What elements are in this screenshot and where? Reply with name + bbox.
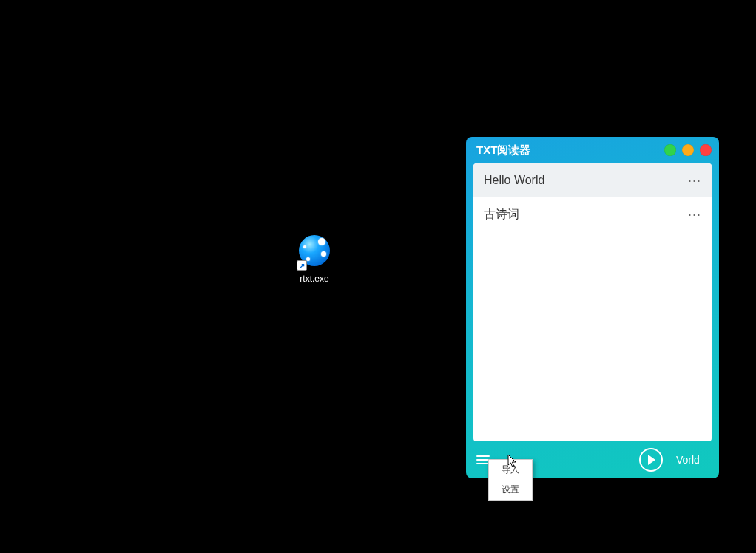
now-playing-label: Vorld xyxy=(676,454,709,466)
minimize-button[interactable] xyxy=(664,144,676,156)
shortcut-arrow-icon: ↗ xyxy=(297,260,307,271)
desktop-shortcut-rtxt[interactable]: ↗ rtxt.exe xyxy=(292,235,337,284)
titlebar[interactable]: TXT阅读器 xyxy=(466,137,719,163)
list-item-label: Hello World xyxy=(484,174,688,187)
hamburger-popup-menu: 导入 设置 xyxy=(488,459,533,501)
app-globe-icon: ↗ xyxy=(297,235,332,271)
list-item[interactable]: 古诗词 ··· xyxy=(473,197,712,231)
more-icon[interactable]: ··· xyxy=(688,173,701,189)
file-list-panel: Hello World ··· 古诗词 ··· xyxy=(473,163,712,441)
list-item-label: 古诗词 xyxy=(484,207,688,223)
desktop-shortcut-label: rtxt.exe xyxy=(292,274,337,284)
window-title: TXT阅读器 xyxy=(476,143,658,157)
txt-reader-window: TXT阅读器 Hello World ··· 古诗词 ··· Vorld 导入 … xyxy=(466,137,719,478)
more-icon[interactable]: ··· xyxy=(688,207,701,223)
list-item[interactable]: Hello World ··· xyxy=(473,163,712,197)
play-icon xyxy=(648,455,655,465)
menu-item-import[interactable]: 导入 xyxy=(489,460,532,480)
play-button[interactable] xyxy=(639,448,663,472)
menu-item-settings[interactable]: 设置 xyxy=(489,480,532,500)
maximize-button[interactable] xyxy=(682,144,694,156)
close-button[interactable] xyxy=(700,144,712,156)
